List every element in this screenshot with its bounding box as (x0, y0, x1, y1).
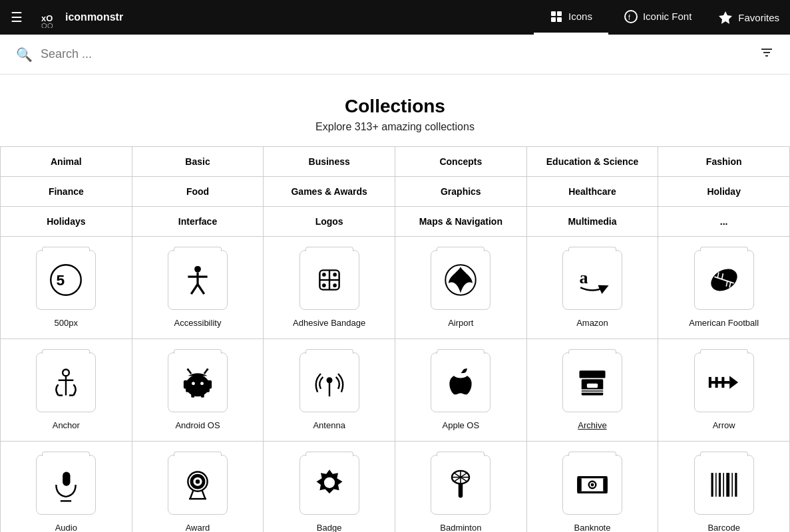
category-cell[interactable]: Fashion (658, 147, 790, 177)
svg-line-19 (198, 285, 204, 295)
category-cell[interactable]: Healthcare (527, 177, 659, 207)
svg-rect-3 (551, 11, 556, 16)
svg-text:a: a (579, 268, 588, 287)
svg-line-72 (202, 490, 205, 499)
category-cell[interactable]: Finance (1, 177, 132, 207)
icon-cell[interactable]: Adhesive Bandage (264, 237, 395, 339)
header-nav: Icons f Iconic Font (534, 0, 707, 35)
svg-point-42 (192, 382, 195, 385)
logo[interactable]: xO ⬡⬡ iconmonstr (39, 7, 523, 28)
category-cell[interactable]: Logos (264, 207, 395, 237)
category-cell[interactable]: Basic (132, 147, 264, 177)
svg-point-25 (323, 285, 325, 287)
svg-rect-6 (557, 17, 562, 22)
svg-text:5: 5 (57, 271, 65, 289)
icon-label: Accessibility (174, 318, 222, 328)
svg-point-74 (324, 477, 335, 488)
svg-rect-50 (191, 392, 194, 398)
nav-item-iconic-font[interactable]: f Iconic Font (608, 0, 707, 35)
category-cell[interactable]: Holidays (1, 207, 132, 237)
category-cell[interactable]: Holiday (658, 177, 790, 207)
icon-cell[interactable]: Banknote (527, 442, 659, 532)
category-cell[interactable]: Multimedia (527, 207, 659, 237)
svg-rect-80 (459, 483, 463, 498)
nav-item-icons[interactable]: Icons (534, 0, 608, 35)
icon-label: Apple OS (443, 420, 480, 430)
category-cell[interactable]: Food (132, 177, 264, 207)
category-cell[interactable]: Animal (1, 147, 132, 177)
svg-rect-94 (735, 473, 737, 497)
icon-label: Award (186, 523, 210, 532)
category-cell[interactable]: ... (658, 207, 790, 237)
icon-cell[interactable]: Badminton (395, 442, 527, 532)
icon-cell[interactable]: Audio (1, 442, 132, 532)
category-cell[interactable]: Interface (132, 207, 264, 237)
svg-point-43 (200, 382, 204, 385)
icon-cell[interactable]: 5500px (1, 237, 132, 339)
icon-box (168, 352, 228, 412)
icon-box (431, 250, 491, 310)
header: ☰ xO ⬡⬡ iconmonstr Icons f Ico (0, 0, 790, 35)
icon-label: Audio (55, 523, 77, 532)
icon-box (694, 250, 754, 310)
icon-box: 5 (36, 250, 96, 310)
icon-cell[interactable]: Award (132, 442, 264, 532)
category-cell[interactable]: Concepts (395, 147, 527, 177)
icon-cell[interactable]: Antenna (264, 339, 395, 442)
svg-point-46 (187, 368, 189, 370)
svg-rect-86 (577, 478, 582, 491)
icon-cell[interactable]: Airport (395, 237, 527, 339)
search-icon: 🔍 (16, 47, 33, 63)
icon-label: Archive (578, 420, 606, 430)
hamburger-icon[interactable]: ☰ (11, 9, 23, 25)
icon-cell[interactable]: Anchor (1, 339, 132, 442)
svg-line-18 (191, 285, 198, 295)
icon-cell[interactable]: Apple OS (395, 339, 527, 442)
icon-box (36, 352, 96, 412)
icon-box (562, 352, 622, 412)
svg-rect-90 (719, 473, 721, 497)
category-grid: AnimalBasicBusinessConceptsEducation & S… (0, 146, 790, 237)
icon-cell[interactable]: Archive (527, 339, 659, 442)
icon-box (168, 250, 228, 310)
svg-rect-92 (726, 473, 729, 497)
category-cell[interactable]: Business (264, 147, 395, 177)
icon-label: Airport (448, 318, 473, 328)
svg-text:f: f (628, 14, 630, 21)
svg-rect-51 (201, 392, 204, 398)
icon-cell[interactable]: Android OS (132, 339, 264, 442)
category-cell[interactable]: Games & Awards (264, 177, 395, 207)
icon-label: Amazon (576, 318, 608, 328)
icon-box (562, 455, 622, 515)
collections-header: Collections Explore 313+ amazing collect… (0, 74, 790, 146)
icon-label: American Football (689, 318, 759, 328)
icon-box (694, 455, 754, 515)
icon-cell[interactable]: Arrow (658, 339, 790, 442)
svg-point-70 (196, 479, 200, 484)
category-cell[interactable]: Graphics (395, 177, 527, 207)
svg-rect-49 (208, 380, 212, 389)
favorites-button[interactable]: Favorites (718, 10, 779, 25)
category-cell[interactable]: Maps & Navigation (395, 207, 527, 237)
svg-point-15 (194, 266, 201, 273)
svg-text:⬡⬡: ⬡⬡ (41, 22, 53, 28)
svg-rect-88 (711, 473, 713, 497)
svg-point-47 (206, 368, 208, 370)
icon-box (431, 352, 491, 412)
category-cell[interactable]: Education & Science (527, 147, 659, 177)
icon-box (168, 455, 228, 515)
svg-rect-54 (579, 370, 605, 378)
svg-rect-48 (184, 380, 187, 389)
svg-rect-93 (731, 473, 733, 497)
icon-cell[interactable]: Barcode (658, 442, 790, 532)
icon-cell[interactable]: American Football (658, 237, 790, 339)
icon-cell[interactable]: aAmazon (527, 237, 659, 339)
svg-rect-56 (587, 384, 598, 388)
icon-cell[interactable]: Badge (264, 442, 395, 532)
icon-box (299, 352, 359, 412)
logo-text: iconmonstr (65, 11, 123, 23)
icon-label: Arrow (713, 420, 735, 430)
filter-icon[interactable] (759, 45, 774, 63)
icon-cell[interactable]: Accessibility (132, 237, 264, 339)
search-input[interactable] (41, 47, 759, 61)
